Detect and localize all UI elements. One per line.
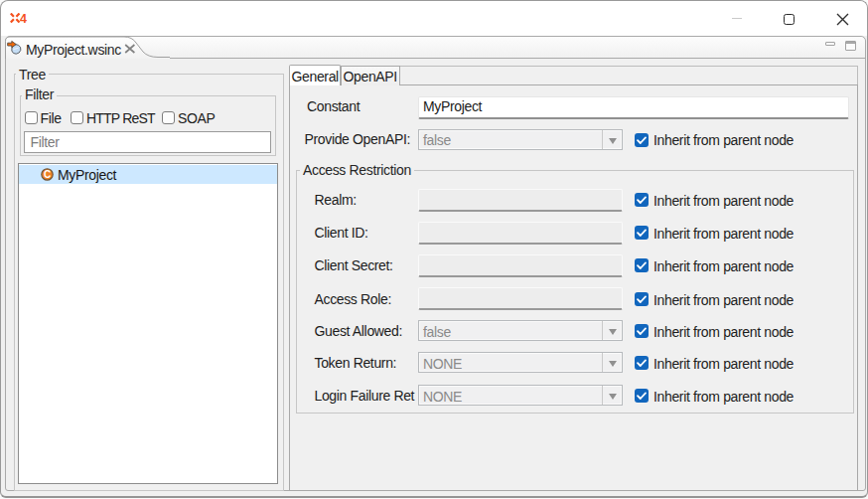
svg-text:C: C [43, 169, 50, 180]
svg-text:4: 4 [19, 13, 26, 23]
